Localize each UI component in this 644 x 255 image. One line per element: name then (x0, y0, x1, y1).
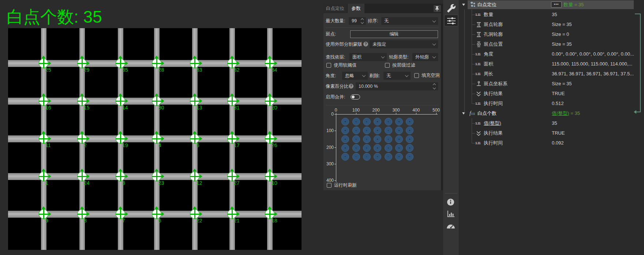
blob-marker-number: 16 (45, 105, 51, 110)
hierarchy-filter-checkbox[interactable] (385, 63, 390, 68)
tree-row-label: 孔洞轮廓 (484, 30, 503, 39)
tree-guide-line (464, 10, 465, 113)
chart-y-tick-label: 200 (324, 145, 334, 150)
chart-x-axis (336, 114, 438, 115)
tree-row-斑点位置[interactable]: 斑点位置Size = 35 (459, 40, 644, 49)
blob-marker-number: 4 (158, 142, 161, 148)
tree-row-value: 115.000, 115.000, 115.000, 114.000,... (552, 59, 632, 69)
chart-point (385, 144, 392, 152)
chart-x-tick-label: 100 (351, 108, 362, 113)
pin-icon (434, 5, 441, 12)
tree-row-执行结果[interactable]: 执行结果TRUE (459, 128, 644, 138)
expander-icon[interactable] (462, 4, 465, 6)
tree-row-斑点轮廓[interactable]: 斑点轮廓Size = 35 (459, 20, 644, 29)
result-tree-panel: 白点定位•••数量 = 351.11数量35斑点轮廓Size = 35孔洞轮廓S… (459, 0, 644, 255)
contour-type-dropdown[interactable]: 外轮廓 (412, 53, 438, 61)
soft-threshold-checkbox[interactable] (326, 63, 331, 68)
chart-y-tick-label: 100 (324, 128, 334, 133)
runtime-refresh-label: 运行时刷新 (334, 182, 357, 188)
tree-row-角度[interactable]: 1.11角度0.00°, 0.00°, 0.00°, 0.00°, 0.00°,… (459, 49, 644, 59)
pin-button[interactable] (434, 5, 441, 12)
group-menu-button[interactable]: ••• (551, 1, 562, 8)
tree-row-孔洞轮廓[interactable]: 孔洞轮廓Size = 0 (459, 30, 644, 39)
help-icon[interactable]: ? (363, 42, 368, 46)
pixel-percent-spinner[interactable]: 10.000 % (356, 82, 438, 90)
tree-row-value: TRUE (552, 128, 565, 138)
chevron-down-icon (362, 74, 366, 77)
find-by-dropdown[interactable]: 面积 (349, 53, 387, 61)
tree-row-label: 执行结果 (484, 128, 503, 138)
sort-label: 排序: (368, 17, 378, 25)
bar-chart-icon[interactable] (447, 210, 455, 218)
tab-params[interactable]: 参数 (348, 4, 364, 13)
cull-dropdown[interactable]: 无 (383, 72, 411, 80)
blob-marker-number: 31 (234, 105, 240, 110)
tree-row-value: 0.00°, 0.00°, 0.00°, 0.00°, 0.00°, 0.00.… (552, 49, 634, 59)
tree-group-白点个数[interactable]: f111白点个数值(整型) = 35 (459, 109, 644, 118)
tree-row-执行时间[interactable]: 1.11执行时间0.092 (459, 138, 644, 148)
chart-x-tick (396, 113, 396, 114)
blob-marker-number: 19 (122, 142, 128, 148)
blob-marker-number: 7 (122, 218, 125, 224)
angle-dropdown[interactable]: 忽略 (342, 72, 368, 80)
merge-toggle[interactable] (351, 94, 360, 100)
tree-row-label: 斑点位置 (484, 40, 503, 49)
chart-y-tick (334, 180, 336, 181)
chart-x-tick (436, 113, 437, 114)
chart-point (363, 153, 371, 161)
blob-marker-number: 25 (45, 67, 51, 73)
tree-row-周长[interactable]: 1.11周长36.971, 36.971, 36.971, 36.971, 37… (459, 69, 644, 79)
tree-row-执行结果[interactable]: 执行结果TRUE (459, 89, 644, 98)
chart-point (352, 153, 360, 161)
tree-row-label: 值(整型) (484, 119, 501, 128)
tree-row-value: 0.092 (552, 138, 564, 148)
blob-marker-number: 10 (272, 180, 277, 186)
image-viewer[interactable]: 白点个数: 35 2529352833323416151430133120112… (0, 0, 304, 255)
tree-row-值(整型)[interactable]: 1.11值(整型)35 (459, 119, 644, 128)
wrench-icon[interactable] (447, 4, 456, 13)
spin-down-icon[interactable] (433, 86, 436, 89)
spin-down-icon[interactable] (361, 21, 364, 24)
camera-image: 2529352833323416151430133120112194517261… (8, 28, 302, 250)
chart-x-tick (356, 113, 356, 114)
runtime-refresh-checkbox[interactable] (327, 183, 332, 188)
tree-row-label: 斑点坐标系 (484, 79, 508, 89)
help-icon[interactable]: ? (349, 84, 353, 89)
tool-strip (443, 0, 459, 255)
tree-row-label: 数量 (484, 10, 493, 19)
max-count-spinner[interactable]: 99 (349, 17, 366, 25)
mask-dropdown[interactable]: 未指定 (370, 40, 438, 48)
blob-edit-button[interactable]: 编辑 (350, 30, 438, 38)
tree-row-value: 35 (552, 10, 557, 19)
info-icon[interactable] (446, 198, 455, 206)
tree-row-数量[interactable]: 1.11数量35 (459, 10, 644, 19)
sort-dropdown[interactable]: 无 (381, 17, 438, 25)
chart-point (363, 144, 371, 152)
blob-marker-number: 9 (45, 218, 48, 224)
group-label: 白点个数 (478, 109, 497, 118)
cull-label: 剔除: (370, 72, 380, 80)
group-label: 白点定位 (478, 0, 497, 10)
sliders-tool-selected[interactable] (444, 15, 458, 26)
tab-result[interactable]: 白点定位 (323, 4, 347, 13)
params-panel-body (323, 13, 441, 190)
overlay-count-text: 白点个数: 35 (7, 8, 102, 26)
chart-point (352, 135, 360, 143)
group-result: 值(整型) = 35 (552, 109, 580, 118)
blob-marker-number: 20 (272, 105, 277, 110)
chart-point (385, 127, 392, 134)
blob-marker-number: 22 (196, 218, 202, 224)
pixel-percent-label: 像素百分比 (326, 82, 349, 90)
tree-row-面积[interactable]: 1.11面积115.000, 115.000, 115.000, 114.000… (459, 59, 644, 69)
separator (445, 193, 457, 194)
blob-marker-number: 6 (158, 218, 161, 224)
gauge-icon[interactable] (446, 221, 456, 230)
tree-group-白点定位[interactable]: 白点定位•••数量 = 35 (459, 0, 644, 10)
fill-holes-checkbox[interactable] (414, 73, 419, 78)
hierarchy-filter-label: 按层级过滤 (392, 62, 415, 68)
blob-marker-number: 15 (84, 105, 90, 110)
tree-row-value: 35 (552, 119, 557, 128)
blob-marker-number: 2 (84, 142, 87, 148)
tree-row-斑点坐标系[interactable]: 斑点坐标系Size = 35 (459, 79, 644, 89)
tree-row-执行时间[interactable]: 1.11执行时间0.512 (459, 99, 644, 108)
